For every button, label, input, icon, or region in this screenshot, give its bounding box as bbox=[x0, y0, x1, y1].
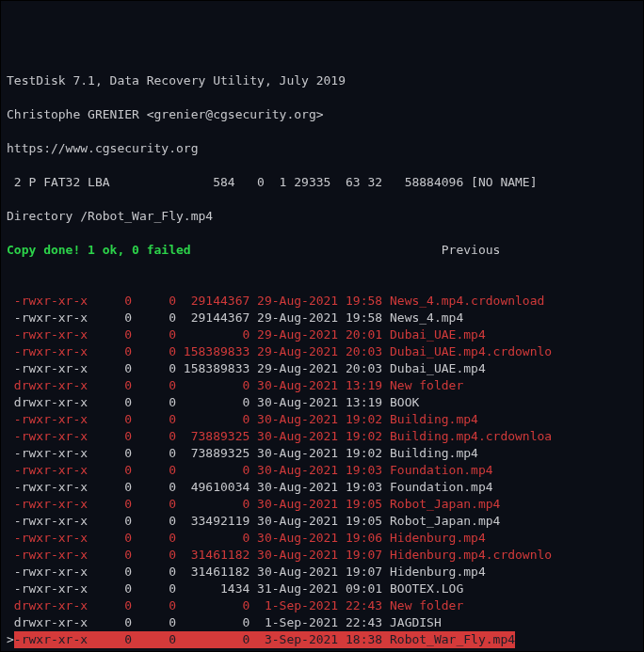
file-row[interactable]: -rwxr-xr-x 0 0 158389833 29-Aug-2021 20:… bbox=[7, 360, 637, 377]
partition-line: 2 P FAT32 LBA 584 0 1 29335 63 32 588840… bbox=[7, 174, 637, 191]
file-row[interactable]: >-rwxr-xr-x 0 0 0 3-Sep-2021 18:38 Robot… bbox=[7, 631, 637, 648]
file-row[interactable]: -rwxr-xr-x 0 0 1434 31-Aug-2021 09:01 BO… bbox=[7, 580, 637, 597]
file-row[interactable]: -rwxr-xr-x 0 0 0 30-Aug-2021 19:06 Hiden… bbox=[7, 530, 637, 547]
file-row[interactable]: -rwxr-xr-x 0 0 73889325 30-Aug-2021 19:0… bbox=[7, 428, 637, 445]
file-row[interactable]: -rwxr-xr-x 0 0 29144367 29-Aug-2021 19:5… bbox=[7, 293, 637, 310]
file-row[interactable]: -rwxr-xr-x 0 0 49610034 30-Aug-2021 19:0… bbox=[7, 479, 637, 496]
file-row[interactable]: -rwxr-xr-x 0 0 0 30-Aug-2021 19:03 Found… bbox=[7, 462, 637, 479]
file-row[interactable]: -rwxr-xr-x 0 0 29144367 29-Aug-2021 19:5… bbox=[7, 310, 637, 326]
file-row[interactable]: drwxr-xr-x 0 0 0 1-Sep-2021 22:43 New fo… bbox=[7, 597, 637, 614]
file-row[interactable]: -rwxr-xr-x 0 0 14411939 3-Sep-2021 18:36… bbox=[7, 648, 637, 652]
file-row[interactable]: -rwxr-xr-x 0 0 73889325 30-Aug-2021 19:0… bbox=[7, 445, 637, 462]
file-row[interactable]: -rwxr-xr-x 0 0 31461182 30-Aug-2021 19:0… bbox=[7, 547, 637, 564]
author-line: Christophe GRENIER <grenier@cgsecurity.o… bbox=[7, 106, 637, 123]
file-list[interactable]: -rwxr-xr-x 0 0 29144367 29-Aug-2021 19:5… bbox=[7, 293, 637, 652]
file-row[interactable]: drwxr-xr-x 0 0 0 30-Aug-2021 13:19 New f… bbox=[7, 377, 637, 394]
previous-label[interactable]: Previous bbox=[191, 243, 501, 257]
title-line: TestDisk 7.1, Data Recovery Utility, Jul… bbox=[7, 72, 637, 89]
url-line: https://www.cgsecurity.org bbox=[7, 140, 637, 157]
file-row[interactable]: drwxr-xr-x 0 0 0 1-Sep-2021 22:43 JAGDIS… bbox=[7, 614, 637, 631]
file-row[interactable]: drwxr-xr-x 0 0 0 30-Aug-2021 13:19 BOOK bbox=[7, 394, 637, 411]
file-row[interactable]: -rwxr-xr-x 0 0 158389833 29-Aug-2021 20:… bbox=[7, 343, 637, 360]
file-row[interactable]: -rwxr-xr-x 0 0 31461182 30-Aug-2021 19:0… bbox=[7, 564, 637, 580]
status-line: Copy done! 1 ok, 0 failed Previous bbox=[7, 242, 637, 259]
copy-status: Copy done! 1 ok, 0 failed bbox=[7, 243, 191, 257]
file-row[interactable]: -rwxr-xr-x 0 0 0 29-Aug-2021 20:01 Dubai… bbox=[7, 326, 637, 343]
file-row[interactable]: -rwxr-xr-x 0 0 33492119 30-Aug-2021 19:0… bbox=[7, 513, 637, 530]
file-row[interactable]: -rwxr-xr-x 0 0 0 30-Aug-2021 19:02 Build… bbox=[7, 411, 637, 428]
file-row[interactable]: -rwxr-xr-x 0 0 0 30-Aug-2021 19:05 Robot… bbox=[7, 496, 637, 513]
directory-line: Directory /Robot_War_Fly.mp4 bbox=[7, 208, 637, 225]
